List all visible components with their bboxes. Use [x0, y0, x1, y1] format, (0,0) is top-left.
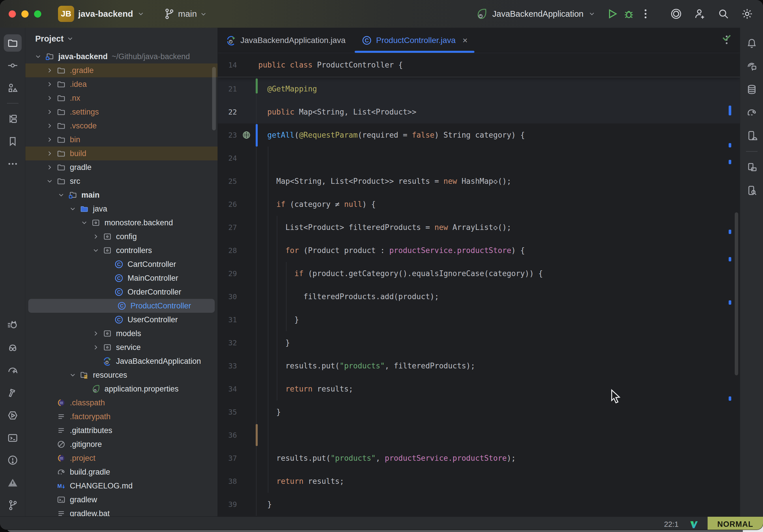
- code-line-30[interactable]: 30 filteredProducts.add(product);: [218, 285, 740, 308]
- chevron-down-icon[interactable]: [67, 369, 78, 381]
- code-line-38[interactable]: 38 return results;: [218, 470, 740, 493]
- chevron-down-icon[interactable]: [44, 175, 55, 187]
- project-scrollbar[interactable]: [212, 67, 216, 130]
- code-line-27[interactable]: 27 List<Product> filteredProducts = new …: [218, 216, 740, 239]
- database-tool-icon[interactable]: [743, 80, 761, 98]
- bookmarks-tool-icon[interactable]: [4, 133, 22, 150]
- close-window-button[interactable]: [9, 10, 16, 18]
- run-configuration[interactable]: JavaBackendApplication: [492, 9, 584, 19]
- chevron-right-icon[interactable]: [44, 92, 55, 104]
- terminal-tool-icon[interactable]: [4, 429, 22, 447]
- tree-row-.gradle[interactable]: .gradle: [25, 63, 218, 77]
- chevron-down-icon[interactable]: [55, 189, 67, 201]
- chevron-right-icon[interactable]: [90, 342, 102, 353]
- zoom-window-button[interactable]: [34, 10, 41, 18]
- code-line-36[interactable]: 36: [218, 424, 740, 447]
- add-user-icon[interactable]: [694, 8, 706, 20]
- chevron-right-icon[interactable]: [44, 64, 55, 76]
- tree-row-main[interactable]: main: [25, 188, 218, 202]
- services-tool-icon[interactable]: [4, 407, 22, 424]
- scroll-error-stripe-mark[interactable]: [729, 257, 731, 262]
- code-line-39[interactable]: 39 }: [218, 493, 740, 516]
- chevron-right-icon[interactable]: [90, 231, 102, 242]
- chevron-right-icon[interactable]: [90, 328, 102, 339]
- tree-row-resources[interactable]: resources: [25, 368, 218, 382]
- code-line-23[interactable]: 23 getAll(@RequestParam(required = false…: [218, 124, 740, 147]
- project-tool-icon[interactable]: [4, 34, 22, 52]
- problems-tool-icon[interactable]: [4, 452, 22, 469]
- tree-row-monostore.backend[interactable]: monostore.backend: [25, 216, 218, 230]
- tree-row-CartController[interactable]: CCartController: [25, 257, 218, 271]
- settings-gear-icon[interactable]: [741, 8, 753, 20]
- scroll-error-stripe-mark[interactable]: [729, 143, 731, 148]
- tree-row-.idea[interactable]: .idea: [25, 77, 218, 91]
- tree-row-service[interactable]: service: [25, 341, 218, 354]
- chevron-down-icon[interactable]: [90, 245, 102, 256]
- running-devices-tool-icon[interactable]: [743, 159, 761, 176]
- ai-assistant-tool-icon[interactable]: [743, 57, 761, 75]
- tree-row-.gitattributes[interactable]: .gitattributes: [25, 424, 218, 437]
- code-line-28[interactable]: 28 for (Product product : productService…: [218, 239, 740, 262]
- minimize-window-button[interactable]: [21, 10, 29, 18]
- build-tool-icon[interactable]: [4, 384, 22, 402]
- chevron-right-icon[interactable]: [44, 134, 55, 146]
- ideavim-icon[interactable]: [689, 520, 699, 529]
- code-line-22[interactable]: 22 public Map<String, List<Product>>: [218, 100, 740, 124]
- scroll-error-stripe-mark[interactable]: [729, 160, 731, 164]
- tree-row-build[interactable]: build: [25, 147, 218, 160]
- tree-row-CHANGELOG.md[interactable]: MCHANGELOG.md: [25, 479, 218, 493]
- copilot-tool-icon[interactable]: [4, 339, 22, 357]
- chevron-down-icon[interactable]: [32, 51, 44, 62]
- debug-button[interactable]: [623, 8, 635, 20]
- code-line-21[interactable]: 21 @GetMapping: [218, 77, 740, 100]
- chevron-down-icon[interactable]: [67, 203, 78, 215]
- scroll-error-stripe-mark[interactable]: [729, 396, 731, 401]
- scroll-error-stripe-mark[interactable]: [729, 300, 731, 305]
- chevron-right-icon[interactable]: [44, 148, 55, 159]
- tree-row-OrderController[interactable]: COrderController: [25, 285, 218, 299]
- tree-row-bin[interactable]: bin: [25, 133, 218, 147]
- editor-tab-JavaBackendApplication.java[interactable]: JavaBackendApplication.java: [218, 28, 354, 53]
- tree-row-UserController[interactable]: CUserController: [25, 313, 218, 327]
- more-tool-windows-icon[interactable]: [4, 155, 22, 172]
- branch-widget[interactable]: main: [163, 8, 207, 20]
- chevron-right-icon[interactable]: [44, 120, 55, 132]
- rest-endpoint-globe-icon[interactable]: [237, 130, 256, 140]
- inspections-ok-icon[interactable]: [721, 32, 732, 43]
- scroll-error-stripe-mark[interactable]: [729, 230, 731, 234]
- tree-row-.nx[interactable]: .nx: [25, 91, 218, 105]
- chevron-right-icon[interactable]: [44, 106, 55, 118]
- tree-row-src[interactable]: src: [25, 174, 218, 188]
- search-icon[interactable]: [717, 8, 729, 20]
- code-line-25[interactable]: 25 Map<String, List<Product>> results = …: [218, 170, 740, 193]
- tree-row-.project[interactable]: .project: [25, 451, 218, 465]
- editor-scrollbar[interactable]: [735, 212, 738, 375]
- code-line-35[interactable]: 35 }: [218, 400, 740, 424]
- tree-row-models[interactable]: models: [25, 327, 218, 341]
- sticky-line[interactable]: 14public class ProductController {: [218, 53, 740, 77]
- warnings-tool-icon[interactable]: [4, 474, 22, 491]
- code-line-31[interactable]: 31 }: [218, 308, 740, 331]
- structure-tool-icon[interactable]: [4, 79, 22, 97]
- device-explorer-tool-icon[interactable]: [743, 181, 761, 199]
- tree-row-MainController[interactable]: CMainController: [25, 271, 218, 285]
- vim-mode-badge[interactable]: NORMAL: [708, 517, 763, 530]
- code-line-26[interactable]: 26 if (category ≠ null) {: [218, 193, 740, 216]
- tree-row-ProductController[interactable]: CProductController: [28, 299, 215, 313]
- tree-row-config[interactable]: config: [25, 230, 218, 244]
- tree-row-gradlew[interactable]: gradlew: [25, 493, 218, 507]
- chevron-down-icon[interactable]: [66, 35, 74, 43]
- tree-row-gradle[interactable]: gradle: [25, 160, 218, 174]
- code-line-33[interactable]: 33 results.put("products", filteredProdu…: [218, 354, 740, 377]
- project-widget[interactable]: JB java-backend: [58, 6, 145, 22]
- tree-row-application.properties[interactable]: application.properties: [25, 382, 218, 396]
- tree-row-java-backend[interactable]: java-backend~/Github/java-backend: [25, 50, 218, 63]
- code-line-34[interactable]: 34 return results;: [218, 377, 740, 400]
- ai-assistant-icon[interactable]: [670, 8, 682, 20]
- tree-row-JavaBackendApplication[interactable]: JavaBackendApplication: [25, 354, 218, 368]
- code-line-29[interactable]: 29 if (product.getCategory().equalsIgnor…: [218, 262, 740, 285]
- code-viewport[interactable]: 21 @GetMapping22 public Map<String, List…: [218, 77, 740, 516]
- tree-row-.vscode[interactable]: .vscode: [25, 119, 218, 133]
- notifications-tool-icon[interactable]: [743, 34, 761, 52]
- tree-row-.factorypath[interactable]: .factorypath: [25, 410, 218, 424]
